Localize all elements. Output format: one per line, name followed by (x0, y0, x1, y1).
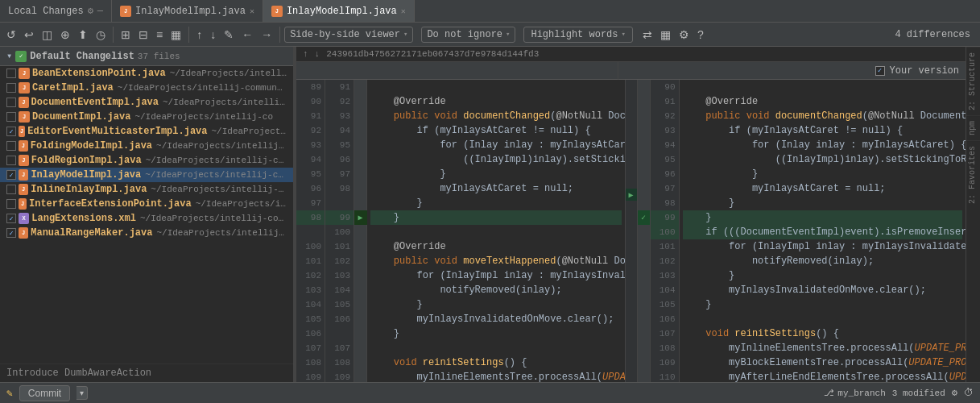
prev-diff-btn[interactable]: ↑ (193, 27, 205, 43)
list-item[interactable]: ✓ J ManualRangeMaker.java ~/IdeaProjects… (0, 226, 293, 240)
java-file-icon-3: J (19, 111, 30, 123)
code-line: for (Inlay inlay : myInlaysAtCaret) { (370, 138, 622, 152)
gutter-15 (354, 297, 367, 312)
list-item[interactable]: ✓ J EditorEventMulticasterImpl.java ~/Id… (0, 124, 293, 139)
ln: 100 (296, 239, 325, 254)
right-code-line: if (((DocumentEventImpl)event).isPremove… (683, 225, 963, 239)
collapse-all-btn[interactable]: ⊟ (135, 27, 151, 43)
help-btn[interactable]: ? (694, 27, 707, 43)
rln (325, 326, 354, 341)
apply-diff-btn[interactable]: ✎ (221, 27, 237, 43)
rg-9[interactable]: ✓ (638, 210, 651, 225)
side-label-favorites[interactable]: 2: Favorites (966, 140, 980, 209)
diff-settings-a-btn[interactable]: ⇄ (639, 27, 655, 43)
mg (626, 177, 637, 189)
gutter-0 (354, 80, 367, 94)
diff-panels: 89 90 91 92 93 94 95 96 97 98 100 (296, 80, 966, 382)
next-diff-btn[interactable]: ↓ (207, 27, 219, 43)
checkbox-3[interactable] (6, 112, 16, 122)
history-btn[interactable]: ◷ (93, 27, 109, 43)
list-item[interactable]: J FoldRegionImpl.java ~/IdeaProjects/int… (0, 153, 293, 168)
undo-btn[interactable]: ↩ (21, 27, 37, 43)
mg (626, 225, 637, 237)
list-item[interactable]: J DocumentEventImpl.java ~/IdeaProjects/… (0, 95, 293, 110)
commit-action-btn[interactable]: ⊕ (57, 27, 73, 43)
status-gear-icon[interactable]: ⚙ (952, 387, 957, 399)
list-item[interactable]: J CaretImpl.java ~/IdeaProjects/intellij… (0, 81, 293, 95)
checkbox-7[interactable]: ✓ (6, 170, 16, 180)
status-clock-icon[interactable]: ⏱ (964, 387, 974, 399)
rln-18: 108 (651, 341, 679, 355)
java-icon-2: J (271, 6, 283, 17)
tab-file-1-label: InlayModelImpl.java (135, 6, 246, 17)
nav-left-icon[interactable]: ↑ (303, 49, 308, 59)
modified-count: 3 modified (892, 388, 945, 398)
nav-right-icon[interactable]: ↓ (315, 49, 320, 59)
checkbox-6[interactable] (6, 156, 16, 165)
diff-btn[interactable]: ◫ (39, 27, 56, 43)
right-code-line: } (683, 196, 963, 210)
commit-button[interactable]: Commit (19, 385, 70, 401)
gutter-17 (354, 326, 367, 341)
left-gutter: ▶ (354, 80, 367, 382)
highlight-words-dropdown[interactable]: Highlight words ▾ (523, 27, 632, 43)
list-item[interactable]: ✓ X LangExtensions.xml ~/IdeaProjects/in… (0, 211, 293, 226)
tab-settings-icon[interactable]: ⚙ (88, 5, 93, 17)
tab-file-2[interactable]: J InlayModelImpl.java ✕ (263, 0, 415, 22)
rln: 101 (325, 239, 354, 254)
gutter-10 (354, 225, 367, 239)
tab-local-changes[interactable]: Local Changes ⚙ ─ (0, 0, 112, 22)
rollback-btn[interactable]: ↺ (3, 27, 19, 43)
side-label-structure[interactable]: 2: Structure (966, 47, 980, 115)
code-line: } (370, 326, 622, 341)
tab-minimize-icon[interactable]: ─ (97, 6, 103, 17)
checkbox-11[interactable]: ✓ (6, 228, 16, 238)
diff-settings-b-btn[interactable]: ▦ (657, 27, 674, 43)
update-btn[interactable]: ⬆ (75, 27, 91, 43)
gutter-20 (354, 370, 367, 382)
rln: 92 (325, 94, 354, 109)
list-item[interactable]: J InterfaceExtensionPoint.java ~/IdeaPro… (0, 197, 293, 211)
your-version-checkbox[interactable]: ✓ (875, 66, 885, 76)
rln: 107 (325, 341, 354, 355)
ignore-mode-arrow: ▾ (506, 30, 510, 39)
gutter-9[interactable]: ▶ (354, 210, 367, 225)
checkbox-0[interactable] (6, 69, 16, 78)
list-item[interactable]: ✓ J InlayModelImpl.java ~/IdeaProjects/i… (0, 168, 293, 182)
ln: 93 (296, 138, 325, 152)
checkbox-10[interactable]: ✓ (6, 214, 16, 223)
gutter-14 (354, 283, 367, 297)
rg-2 (638, 109, 651, 123)
view-btn[interactable]: ▦ (167, 27, 184, 43)
viewer-mode-dropdown[interactable]: Side-by-side viewer ▾ (284, 27, 413, 43)
revert-diff-btn[interactable]: ← (238, 27, 256, 43)
list-item[interactable]: J InlineInlayImpl.java ~/IdeaProjects/in… (0, 182, 293, 197)
checkbox-2[interactable] (6, 98, 16, 107)
list-item[interactable]: J BeanExtensionPoint.java ~/IdeaProjects… (0, 66, 293, 81)
checkbox-1[interactable] (6, 83, 16, 93)
checkbox-5[interactable] (6, 141, 16, 151)
commit-dropdown-arrow[interactable]: ▾ (76, 386, 88, 400)
checkbox-9[interactable] (6, 199, 16, 209)
rln-13: 103 (651, 268, 679, 283)
mg-mark[interactable]: ▶ (626, 189, 637, 201)
list-item[interactable]: J DocumentImpl.java ~/IdeaProjects/intel… (0, 110, 293, 124)
expand-all-btn[interactable]: ⊞ (118, 27, 134, 43)
side-label-npm[interactable]: npm (966, 115, 980, 140)
tab-file-1-close[interactable]: ✕ (250, 6, 254, 16)
rg-4 (638, 138, 651, 152)
filter-btn[interactable]: ≡ (153, 27, 166, 43)
mg (626, 261, 637, 273)
diff-settings-c-btn[interactable]: ⚙ (676, 27, 693, 43)
next-change-btn[interactable]: → (258, 27, 275, 43)
tab-file-1[interactable]: J InlayModelImpl.java ✕ (112, 0, 263, 22)
left-header (296, 62, 618, 80)
ignore-mode-dropdown[interactable]: Do not ignore ▾ (421, 27, 515, 43)
right-code-line: myBlockElementsTree.processAll(UPDATE_PR… (683, 355, 963, 370)
checkbox-8[interactable] (6, 185, 16, 194)
list-item[interactable]: J FoldingModelImpl.java ~/IdeaProjects/i… (0, 139, 293, 153)
diff-headers: ✓ Your version (296, 62, 966, 80)
checkbox-4[interactable]: ✓ (6, 127, 16, 136)
left-diff-content: 89 90 91 92 93 94 95 96 97 98 100 (296, 80, 625, 382)
tab-file-2-close[interactable]: ✕ (401, 6, 406, 16)
